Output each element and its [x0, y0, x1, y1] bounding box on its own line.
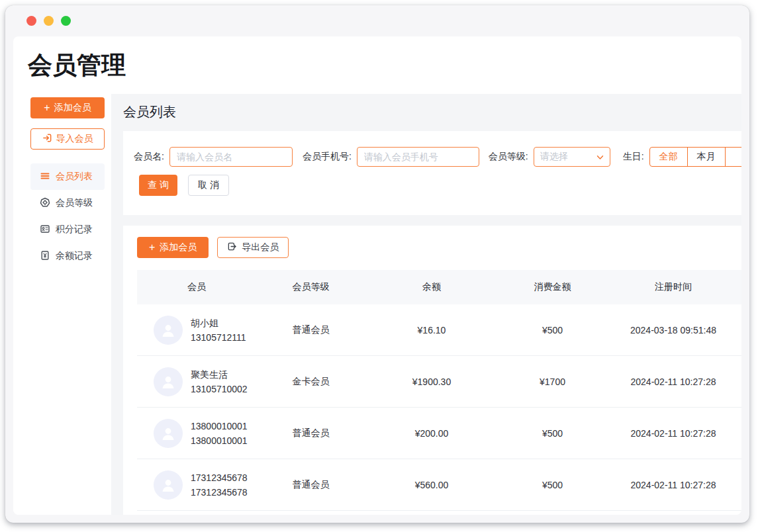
- member-consumption: ¥500: [498, 480, 607, 490]
- plus-icon: +: [44, 103, 50, 113]
- table-row[interactable]: 胡小姐 13105712111 普通会员 ¥16.10 ¥500 2024-03…: [137, 304, 741, 356]
- member-balance: ¥200.00: [365, 428, 498, 439]
- member-phone-input[interactable]: [357, 147, 479, 167]
- filter-panel: 会员名: 会员手机号: 会员等级: 请选择 生日:: [123, 131, 741, 215]
- birthday-option-this-month[interactable]: 本月: [687, 147, 726, 167]
- member-level-label: 会员等级:: [489, 151, 528, 163]
- member-balance: ¥16.10: [365, 325, 498, 335]
- import-icon: [42, 133, 52, 145]
- member-registered: 2024-03-18 09:51:48: [607, 325, 739, 335]
- balance-record-icon: [40, 250, 50, 263]
- badge-icon: [40, 197, 50, 210]
- list-icon: [40, 171, 50, 183]
- member-consumption: ¥1700: [498, 377, 607, 387]
- birthday-filter-group: 全部 本月: [649, 147, 741, 167]
- points-record-icon: [40, 224, 50, 236]
- birthday-label: 生日:: [623, 151, 644, 163]
- column-header-member: 会员: [137, 281, 256, 293]
- table-row[interactable]: 聚美生活 13105710002 金卡会员 ¥1900.30 ¥1700 202…: [137, 356, 741, 408]
- table-panel: + 添加会员 导出会员 会员 会员等级: [123, 226, 741, 515]
- avatar: [154, 470, 183, 500]
- member-level: 普通会员: [256, 324, 365, 336]
- cancel-button[interactable]: 取 消: [188, 175, 229, 196]
- member-name: 胡小姐: [191, 316, 246, 330]
- member-balance: ¥1900.30: [365, 377, 498, 387]
- maximize-window-icon[interactable]: [61, 16, 71, 26]
- sidebar-item-member-list[interactable]: 会员列表: [30, 163, 105, 190]
- member-phone: 13800010001: [191, 433, 248, 448]
- page-title: 会员管理: [28, 52, 741, 79]
- table-row[interactable]: 13800010001 13800010001 普通会员 ¥200.00 ¥50…: [137, 408, 741, 459]
- table-row[interactable]: 17312345678 17312345678 普通会员 ¥560.00 ¥50…: [137, 459, 741, 511]
- search-button[interactable]: 查 询: [139, 175, 177, 196]
- member-consumption: ¥500: [498, 428, 607, 439]
- sidebar-item-member-level[interactable]: 会员等级: [30, 190, 105, 216]
- member-level: 普通会员: [256, 427, 365, 439]
- sidebar-item-balance-record[interactable]: 余额记录: [30, 243, 105, 269]
- add-member-button[interactable]: + 添加会员: [30, 97, 105, 118]
- member-registered: 2024-02-11 10:27:28: [607, 428, 739, 439]
- member-phone: 13105710002: [191, 382, 248, 396]
- member-registered: 2024-02-11 10:27:28: [607, 480, 739, 490]
- member-phone-label: 会员手机号:: [303, 151, 352, 163]
- member-name-label: 会员名:: [134, 151, 164, 163]
- sidebar: + 添加会员 导入会员 会员列表: [13, 94, 111, 515]
- member-balance: ¥560.00: [365, 480, 498, 490]
- table-header-row: 会员 会员等级 余额 消费金额 注册时间: [137, 270, 741, 304]
- avatar: [154, 316, 183, 345]
- sidebar-menu: 会员列表 会员等级 积分记录: [30, 163, 105, 269]
- member-level: 金卡会员: [256, 376, 365, 388]
- member-phone: 13105712111: [191, 330, 246, 345]
- member-consumption: ¥500: [498, 325, 607, 335]
- window-titlebar: [5, 5, 749, 36]
- minimize-window-icon[interactable]: [44, 16, 54, 26]
- table-add-member-button[interactable]: + 添加会员: [137, 237, 209, 258]
- member-name: 17312345678: [191, 470, 248, 485]
- chevron-down-icon: [596, 151, 604, 163]
- import-member-button[interactable]: 导入会员: [30, 128, 105, 150]
- member-registered: 2024-02-11 10:27:28: [607, 377, 739, 387]
- member-level: 普通会员: [256, 479, 365, 491]
- birthday-option-clipped[interactable]: [725, 147, 741, 167]
- main-area: 会员列表 会员名: 会员手机号: 会员等级: 请选择: [111, 94, 741, 515]
- birthday-option-all[interactable]: 全部: [649, 147, 688, 167]
- members-table: 会员 会员等级 余额 消费金额 注册时间: [137, 270, 741, 511]
- member-name: 13800010001: [191, 419, 248, 433]
- close-window-icon[interactable]: [26, 16, 36, 26]
- avatar: [154, 367, 183, 396]
- plus-icon: +: [149, 242, 155, 253]
- section-title: 会员列表: [123, 105, 176, 119]
- column-header-balance: 余额: [365, 281, 498, 293]
- avatar: [154, 419, 183, 448]
- member-phone: 17312345678: [191, 485, 248, 500]
- column-header-consumption: 消费金额: [498, 281, 607, 293]
- member-name-input[interactable]: [169, 147, 293, 167]
- page-header: 会员管理: [13, 36, 741, 94]
- export-members-button[interactable]: 导出会员: [217, 237, 289, 258]
- column-header-registered: 注册时间: [607, 281, 739, 293]
- app-window: 会员管理 + 添加会员 导入会员: [5, 5, 749, 523]
- column-header-level: 会员等级: [256, 281, 365, 293]
- export-icon: [227, 242, 237, 253]
- sidebar-item-points-record[interactable]: 积分记录: [30, 216, 105, 243]
- window-content: 会员管理 + 添加会员 导入会员: [13, 36, 741, 515]
- member-level-select[interactable]: 请选择: [534, 147, 610, 167]
- member-name: 聚美生活: [191, 367, 248, 382]
